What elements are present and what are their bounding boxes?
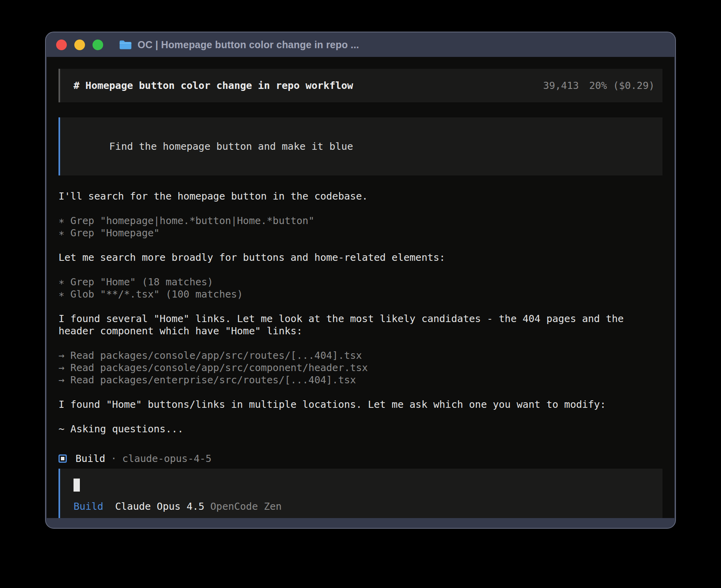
transcript-line: I'll search for the homepage button in t… bbox=[59, 190, 662, 202]
transcript-line: I found "Home" buttons/links in multiple… bbox=[59, 398, 662, 411]
window-titlebar[interactable]: OC | Homepage button color change in rep… bbox=[46, 32, 675, 57]
tool-call-glob: ∗ Glob "**/*.tsx" (100 matches) bbox=[59, 288, 662, 300]
terminal-window: OC | Homepage button color change in rep… bbox=[45, 32, 676, 529]
transcript-line bbox=[59, 411, 662, 423]
composer-meta: Build Claude Opus 4.5 OpenCode Zen bbox=[74, 500, 655, 513]
window-title: OC | Homepage button color change in rep… bbox=[138, 39, 359, 51]
minimize-button[interactable] bbox=[74, 40, 85, 50]
tool-call-grep: ∗ Grep "Homepage" bbox=[59, 227, 662, 239]
token-count: 39,413 bbox=[543, 79, 579, 92]
separator-dot: · bbox=[111, 452, 117, 465]
transcript-line bbox=[59, 239, 662, 251]
tool-call-read: → Read packages/console/app/src/routes/[… bbox=[59, 349, 662, 362]
text-cursor bbox=[74, 479, 80, 492]
session-header: # Homepage button color change in repo w… bbox=[59, 69, 662, 102]
composer-model-label: Claude Opus 4.5 bbox=[115, 500, 204, 513]
tool-call-grep: ∗ Grep "homepage|home.*button|Home.*butt… bbox=[59, 215, 662, 227]
input-cursor-row bbox=[74, 478, 655, 492]
transcript-line: I found several "Home" links. Let me loo… bbox=[59, 313, 662, 325]
tool-call-read: → Read packages/console/app/src/componen… bbox=[59, 362, 662, 374]
composer-provider-label: OpenCode Zen bbox=[210, 500, 282, 513]
prompt-input[interactable]: Build Claude Opus 4.5 OpenCode Zen bbox=[59, 469, 662, 518]
transcript-line bbox=[59, 386, 662, 398]
transcript-line bbox=[59, 337, 662, 349]
tool-call-read: → Read packages/enterprise/src/routes/[.… bbox=[59, 374, 662, 386]
context-cost: 20% ($0.29) bbox=[589, 79, 655, 92]
terminal-content: # Homepage button color change in repo w… bbox=[47, 57, 674, 518]
agent-model: claude-opus-4-5 bbox=[122, 452, 211, 465]
transcript-line: header component which have "Home" links… bbox=[59, 325, 662, 337]
composer-agent-label[interactable]: Build bbox=[74, 500, 103, 513]
close-button[interactable] bbox=[56, 40, 67, 50]
user-message: Find the homepage button and make it blu… bbox=[59, 117, 662, 175]
tool-call-grep: ∗ Grep "Home" (18 matches) bbox=[59, 276, 662, 288]
status-asking-questions: ~ Asking questions... bbox=[59, 423, 662, 435]
traffic-lights bbox=[56, 40, 103, 50]
zoom-button[interactable] bbox=[92, 40, 103, 50]
session-stats: 39,413 20% ($0.29) bbox=[543, 79, 655, 92]
session-title: # Homepage button color change in repo w… bbox=[74, 79, 353, 92]
agent-status-row: Build · claude-opus-4-5 bbox=[59, 452, 662, 465]
transcript-line bbox=[59, 300, 662, 313]
agent-name: Build bbox=[75, 452, 105, 465]
folder-icon bbox=[119, 40, 132, 50]
assistant-transcript: I'll search for the homepage button in t… bbox=[59, 190, 662, 435]
transcript-line bbox=[59, 202, 662, 215]
transcript-line bbox=[59, 264, 662, 276]
transcript-line: Let me search more broadly for buttons a… bbox=[59, 251, 662, 264]
build-agent-icon bbox=[59, 454, 67, 463]
user-message-text: Find the homepage button and make it blu… bbox=[109, 141, 353, 152]
